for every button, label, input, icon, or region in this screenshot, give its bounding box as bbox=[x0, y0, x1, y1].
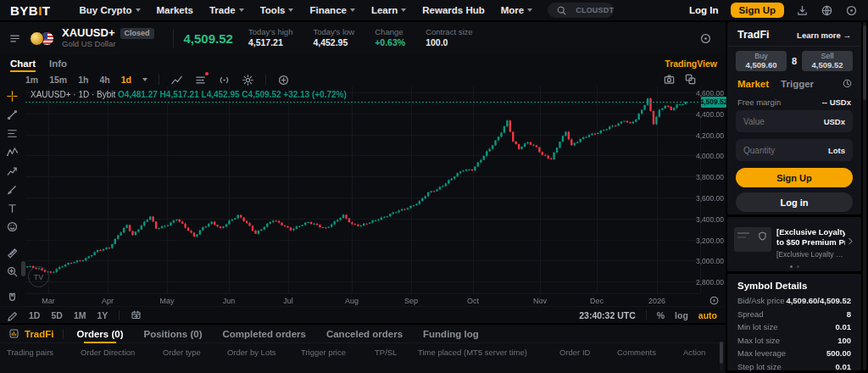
range-1Y[interactable]: 1Y bbox=[97, 310, 108, 320]
timeframe-1m[interactable]: 1m bbox=[25, 75, 38, 85]
scale-log[interactable]: log bbox=[675, 310, 688, 320]
tab-info[interactable]: Info bbox=[49, 57, 67, 70]
search-input[interactable]: CLOUSDT bbox=[548, 3, 614, 18]
indicators-icon[interactable] bbox=[194, 74, 207, 86]
brush-icon[interactable] bbox=[6, 183, 19, 196]
nav-item-learn[interactable]: Learn bbox=[371, 5, 406, 15]
price-tick: 3,800.00 bbox=[696, 173, 724, 181]
download-icon[interactable] bbox=[796, 4, 809, 17]
text-icon[interactable] bbox=[6, 202, 19, 214]
sell-button[interactable]: Sell4,509.52 bbox=[802, 51, 853, 71]
chart-legend[interactable]: XAUUSD+ · 1D · Bybit O4,481.27 H4,517.21… bbox=[31, 90, 347, 99]
timeframe-4h[interactable]: 4h bbox=[99, 75, 109, 85]
price-tick: 3,200.00 bbox=[696, 237, 724, 245]
pagination-dot[interactable] bbox=[790, 265, 793, 268]
nav-item-finance[interactable]: Finance bbox=[309, 5, 354, 15]
line-chart-icon[interactable] bbox=[170, 74, 183, 86]
tradfi-brand[interactable]: TradFi bbox=[8, 328, 54, 339]
globe-icon[interactable] bbox=[821, 4, 833, 17]
gear-icon[interactable] bbox=[242, 74, 254, 86]
order-history-clock-icon[interactable] bbox=[842, 78, 853, 89]
ruler-icon[interactable] bbox=[6, 247, 19, 259]
crosshair-icon[interactable] bbox=[6, 90, 19, 103]
nav-item-more[interactable]: More bbox=[501, 5, 532, 15]
range-1M[interactable]: 1M bbox=[74, 310, 86, 320]
price-tick: 2,800.00 bbox=[696, 278, 724, 287]
signup-button[interactable]: Sign Up bbox=[731, 3, 784, 18]
forecast-icon[interactable] bbox=[6, 164, 19, 177]
detail-value: 8 bbox=[847, 309, 851, 319]
stat-value: +0.63% bbox=[375, 37, 405, 49]
orders-tab-completed-orders[interactable]: Completed orders bbox=[223, 325, 306, 343]
instrument-menu-icon[interactable] bbox=[8, 32, 21, 45]
range-5D[interactable]: 5D bbox=[51, 310, 62, 320]
compare-icon[interactable] bbox=[277, 74, 290, 86]
ticker-stat-change: Change+0.63% bbox=[375, 27, 405, 49]
range-1D[interactable]: 1D bbox=[29, 310, 40, 320]
layout-icon[interactable] bbox=[684, 73, 697, 86]
nav-item-buy-crypto[interactable]: Buy Crypto bbox=[80, 5, 141, 15]
login-button[interactable]: Log In bbox=[689, 5, 719, 15]
nav-item-label: Tools bbox=[260, 5, 286, 15]
fib-retracement-icon[interactable] bbox=[6, 127, 19, 140]
timeframe-1d[interactable]: 1d bbox=[121, 75, 131, 85]
nav-item-trade[interactable]: Trade bbox=[209, 5, 244, 15]
tradingview-link[interactable]: TradingView bbox=[665, 58, 717, 69]
learn-more-link[interactable]: Learn more → bbox=[797, 31, 851, 40]
nav-item-rewards-hub[interactable]: Rewards Hub bbox=[422, 5, 485, 15]
orders-table-header: Trading pairsOrder DirectionOrder typeOr… bbox=[0, 348, 726, 361]
bybit-logo[interactable]: BYBIT bbox=[10, 3, 51, 18]
detail-row-step-lot-size: Step lot size0.01 bbox=[737, 362, 851, 371]
ticker-settings-icon[interactable] bbox=[699, 32, 712, 45]
server-clock[interactable]: 23:40:32 UTC bbox=[579, 310, 636, 320]
settings-icon[interactable] bbox=[845, 4, 858, 17]
order-tab-market[interactable]: Market bbox=[737, 79, 769, 89]
magnet-icon[interactable] bbox=[6, 292, 19, 304]
chevron-down-icon[interactable] bbox=[142, 78, 147, 81]
promo-pagination[interactable] bbox=[727, 265, 861, 268]
camera-icon[interactable] bbox=[663, 73, 676, 86]
nav-item-markets[interactable]: Markets bbox=[157, 5, 193, 15]
orders-tab-canceled-orders[interactable]: Canceled orders bbox=[326, 325, 403, 343]
tab-chart[interactable]: Chart bbox=[10, 57, 36, 70]
ticker-stat-today-s-low: Today's low4,452.95 bbox=[313, 27, 354, 49]
divider bbox=[63, 329, 64, 339]
panel-login-button[interactable]: Log in bbox=[736, 192, 853, 212]
xabcd-pattern-icon[interactable] bbox=[6, 146, 19, 159]
promo-card[interactable]: [Exclusive Loyalty Perk] Up to $50 Premi… bbox=[727, 217, 861, 271]
zoom-in-icon[interactable] bbox=[6, 265, 19, 278]
search-placeholder: CLOUSDT bbox=[576, 6, 614, 14]
chevron-down-icon bbox=[350, 8, 355, 12]
panel-signup-button[interactable]: Sign Up bbox=[736, 168, 853, 187]
right-panel-scrollbar[interactable] bbox=[863, 22, 866, 370]
broadcast-icon[interactable] bbox=[218, 74, 231, 86]
chevron-right-icon[interactable] bbox=[845, 236, 856, 247]
axis-settings-icon[interactable] bbox=[709, 295, 720, 306]
detail-label: Bid/Ask price bbox=[737, 296, 784, 305]
time-axis[interactable]: MarAprMayJunJulAugSepOctNovDec2026 bbox=[25, 293, 698, 306]
quantity-input[interactable]: Quantity Lots bbox=[736, 139, 853, 161]
price-axis[interactable]: 4,600.004,400.004,200.004,000.003,800.00… bbox=[700, 86, 726, 293]
orders-tab-orders-0[interactable]: Orders (0) bbox=[77, 325, 124, 343]
nav-item-label: More bbox=[501, 5, 524, 15]
scale-auto[interactable]: auto bbox=[698, 310, 717, 320]
orders-tab-positions-0[interactable]: Positions (0) bbox=[143, 325, 202, 343]
scale-[interactable]: % bbox=[657, 310, 665, 320]
candlestick-canvas[interactable] bbox=[25, 86, 698, 293]
detail-value: 500.00 bbox=[826, 348, 851, 358]
buy-button[interactable]: Buy4,509.60 bbox=[736, 51, 787, 71]
free-margin-label: Free margin bbox=[737, 97, 781, 107]
emoji-icon[interactable] bbox=[6, 220, 19, 233]
timeframe-15m[interactable]: 15m bbox=[49, 75, 67, 85]
pagination-dot[interactable] bbox=[797, 265, 799, 268]
free-margin-row: Free margin -- USDx bbox=[737, 97, 851, 107]
order-tab-trigger[interactable]: Trigger bbox=[781, 79, 814, 89]
value-input[interactable]: Value USDx bbox=[736, 110, 853, 132]
orders-scrollbar[interactable] bbox=[720, 342, 723, 370]
symbol-block[interactable]: XAUUSD+ Closed Gold US Dollar bbox=[62, 27, 154, 49]
orders-tab-funding-log[interactable]: Funding log bbox=[423, 325, 479, 343]
timeframe-1h[interactable]: 1h bbox=[78, 75, 88, 85]
nav-item-tools[interactable]: Tools bbox=[260, 5, 294, 15]
trend-line-icon[interactable] bbox=[6, 109, 19, 121]
calendar-icon[interactable] bbox=[131, 309, 142, 320]
